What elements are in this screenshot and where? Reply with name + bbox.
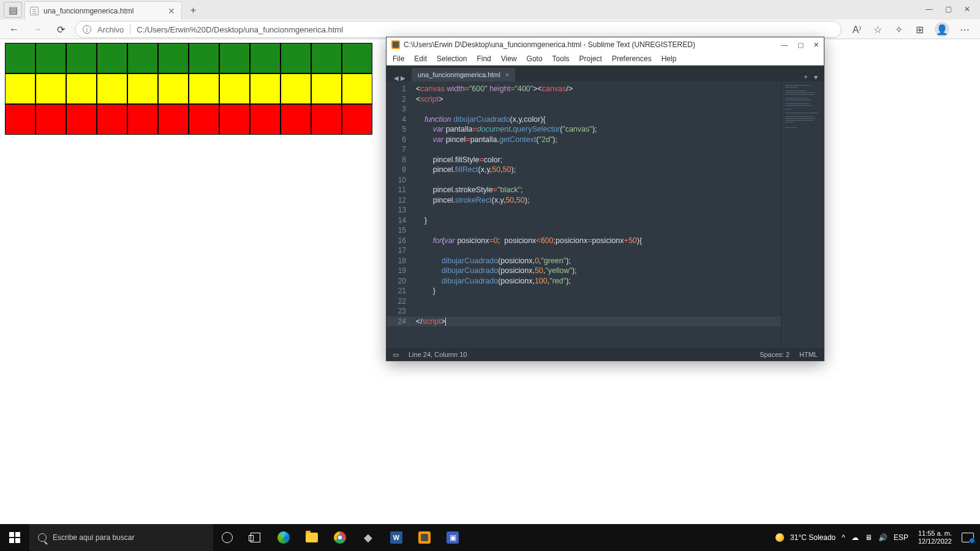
volume-icon[interactable]: 🔊 [878,533,888,542]
status-indent[interactable]: Spaces: 2 [760,351,790,358]
sublime-editor[interactable]: 123456789101112131415161718192021222324 … [386,81,824,348]
toolbar-right: A⁾ ☆ ✧ ⊞ 👤 ⋯ [846,22,975,37]
forward-button[interactable]: → [28,20,47,39]
addr-separator [130,24,130,34]
canvas-square [5,104,36,135]
canvas-square [219,73,250,104]
favorite-icon[interactable]: ☆ [872,24,883,35]
line-number: 11 [386,185,406,195]
clock-date: 12/12/2022 [918,538,952,545]
maximize-button[interactable]: ▢ [945,5,952,13]
anydesk-icon[interactable]: ▣ [439,524,467,551]
start-button[interactable] [0,524,29,551]
chrome-icon[interactable] [326,524,354,551]
taskbar-search[interactable]: Escribe aquí para buscar [29,524,213,551]
onedrive-icon[interactable]: ☁ [851,533,859,542]
menu-project[interactable]: Project [579,54,602,63]
line-number: 4 [386,114,406,125]
site-info-icon[interactable]: i [83,25,91,34]
reload-button[interactable]: ⟳ [51,20,70,39]
word-icon[interactable]: W [382,524,410,551]
code-line: dibujarCuadrado(posicionx,50,"yellow"); [416,266,781,276]
browser-tab[interactable]: una_funcionmgenerica.html ✕ [24,1,182,20]
canvas-square [97,43,127,73]
sublime-tab-menu-button[interactable]: ▾ [814,73,818,81]
sublime-maximize-button[interactable]: ▢ [797,41,804,49]
code-line [416,175,781,186]
menu-icon[interactable]: ⋯ [959,24,970,35]
cortana-icon[interactable] [213,524,241,551]
canvas-square [250,104,281,135]
line-number: 1 [386,84,406,94]
code-line: } [416,286,781,296]
minimize-button[interactable]: — [925,5,933,13]
canvas-square [127,104,158,135]
menu-selection[interactable]: Selection [437,54,467,63]
sublime-close-button[interactable]: ✕ [813,41,819,49]
menu-help[interactable]: Help [662,54,677,63]
line-number: 18 [386,256,406,266]
tab-actions-button[interactable]: ▤ [4,2,22,18]
sublime-minimize-button[interactable]: — [781,41,788,48]
read-aloud-icon[interactable]: A⁾ [851,24,862,35]
canvas-square [219,43,250,73]
sublime-tab-nav[interactable]: ◀ ▶ [390,75,409,81]
collections-icon[interactable]: ⊞ [914,24,925,35]
canvas-output [5,43,372,135]
menu-tools[interactable]: Tools [552,54,570,63]
sublime-tab[interactable]: una_funcionmgenerica.html × [412,68,516,81]
canvas-square [250,43,281,73]
menu-find[interactable]: Find [477,54,491,63]
line-number: 12 [386,195,406,206]
weather-icon [775,533,784,542]
app-icon[interactable]: ◆ [354,524,382,551]
menu-preferences[interactable]: Preferences [612,54,652,63]
sublime-icon[interactable] [410,524,439,551]
canvas-square [127,43,158,73]
sublime-window[interactable]: C:\Users\Erwin D\Desktop\una_funcionmgen… [386,37,824,361]
network-icon[interactable]: 🖥 [865,533,872,542]
clock[interactable]: 11:55 a. m. 12/12/2022 [914,530,956,545]
addr-source-chip: Archivo [97,25,124,34]
menu-edit[interactable]: Edit [414,54,427,63]
canvas-square [158,104,189,135]
sublime-tab-close[interactable]: × [505,71,509,78]
minimap[interactable] [781,81,824,348]
action-center-icon[interactable] [962,533,974,542]
weather-text[interactable]: 31°C Soleado [790,533,835,542]
status-position: Line 24, Column 10 [409,351,467,358]
status-syntax[interactable]: HTML [799,351,818,358]
line-number: 5 [386,124,406,135]
back-button[interactable]: ← [5,20,23,39]
tab-close-button[interactable]: ✕ [168,6,175,16]
canvas-square [311,73,342,104]
clock-time: 11:55 a. m. [918,530,952,538]
canvas-square [5,43,36,73]
canvas-row [5,104,372,135]
canvas-square [250,73,281,104]
code-line [416,104,781,114]
new-tab-button[interactable]: + [186,3,200,18]
task-view-icon[interactable] [241,524,270,551]
ime-indicator[interactable]: ESP [894,533,908,542]
line-number: 20 [386,276,406,287]
favorites-bar-icon[interactable]: ✧ [893,24,904,35]
status-panel-toggle[interactable]: ▭ [393,351,399,359]
code-line: <canvas width="600" height="400"><canvas… [416,84,781,94]
sublime-tab-label: una_funcionmgenerica.html [418,71,500,78]
close-button[interactable]: ✕ [964,5,970,13]
menu-file[interactable]: File [393,54,404,63]
sublime-titlebar[interactable]: C:\Users\Erwin D\Desktop\una_funcionmgen… [386,37,824,52]
file-explorer-icon[interactable] [298,524,326,551]
menu-view[interactable]: View [501,54,517,63]
canvas-square [189,73,219,104]
address-bar[interactable]: i Archivo C:/Users/Erwin%20D/Desktop/una… [75,21,842,38]
canvas-square [66,104,97,135]
sublime-newtab-button[interactable]: + [804,73,808,81]
edge-icon[interactable] [270,524,298,551]
tray-chevron-icon[interactable]: ^ [842,533,845,542]
code-area[interactable]: <canvas width="600" height="400"><canvas… [411,81,781,348]
menu-goto[interactable]: Goto [527,54,543,63]
canvas-square [36,43,66,73]
profile-avatar[interactable]: 👤 [935,22,949,37]
